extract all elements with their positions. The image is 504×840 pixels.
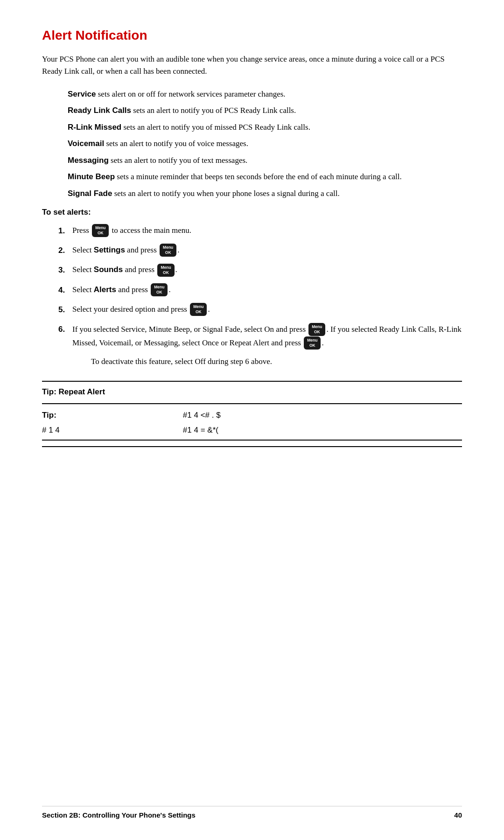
step-6-num: 6. (58, 323, 72, 336)
tip-row-2: # 1 4 #1 4 = &*( (42, 422, 462, 440)
def-rlink: R-Link Missed sets an alert to notify yo… (68, 121, 462, 133)
intro-paragraph: Your PCS Phone can alert you with an aud… (42, 53, 462, 78)
term-signalfade: Signal Fade (68, 189, 112, 198)
step-2-content: Select Settings and press MenuOK. (72, 244, 462, 257)
menu-ok-icon-6a: MenuOK (308, 323, 325, 336)
step-4: 4. Select Alerts and press MenuOK. (58, 284, 462, 297)
step-6-service: Service (121, 325, 145, 334)
desc-minutebeep: sets a minute reminder that beeps ten se… (115, 172, 402, 181)
desc-rlink: sets an alert to notify you of missed PC… (121, 123, 310, 132)
menu-ok-icon-3: MenuOK (157, 264, 174, 277)
menu-ok-icon-2: MenuOK (160, 244, 176, 257)
definition-list: Service sets alert on or off for network… (68, 88, 462, 200)
desc-messaging: sets an alert to notify you of text mess… (109, 156, 247, 165)
step-6-once: Once (202, 338, 219, 347)
def-messaging: Messaging sets an alert to notify you of… (68, 154, 462, 167)
menu-ok-icon-5: MenuOK (190, 303, 207, 316)
section-label: To set alerts: (42, 208, 462, 217)
step-5-num: 5. (58, 303, 72, 316)
step-1: 1. Press MenuOK to access the main menu. (58, 224, 462, 238)
tip-table-inner: Tip: #1 4 <# . $ # 1 4 #1 4 = &*( (42, 403, 462, 441)
def-service: Service sets alert on or off for network… (68, 88, 462, 100)
deactivate-note: To deactivate this feature, select Off d… (91, 356, 462, 368)
step-3-content: Select Sounds and press MenuOK. (72, 264, 462, 277)
tip-row2-text: #1 4 = &*( (183, 426, 218, 434)
step-3-num: 3. (58, 264, 72, 276)
step-4-num: 4. (58, 284, 72, 296)
menu-ok-icon-1: MenuOK (92, 224, 109, 237)
tip-label: Tip: (42, 406, 183, 422)
term-service: Service (68, 90, 96, 98)
desc-voicemail: sets an alert to notify you of voice mes… (104, 139, 248, 148)
menu-ok-icon-6b: MenuOK (304, 336, 321, 350)
def-signalfade: Signal Fade sets an alert to notify you … (68, 188, 462, 200)
tip-label-text: Tip: (42, 411, 56, 420)
step-6-minutebeep: Minute Beep (149, 325, 190, 334)
menu-ok-icon-4: MenuOK (151, 283, 168, 296)
step-4-content: Select Alerts and press MenuOK. (72, 284, 462, 297)
step-6-content: If you selected Service, Minute Beep, or… (72, 323, 462, 368)
def-readylink: Ready Link Calls sets an alert to notify… (68, 105, 462, 117)
step-2: 2. Select Settings and press MenuOK. (58, 244, 462, 257)
step-6-voicemail2: Voicemail (99, 338, 131, 347)
tip-section: Tip: Repeat Alert Tip: #1 4 <# . $ # 1 4 (42, 381, 462, 447)
step-3-bold: Sounds (94, 265, 123, 274)
desc-service: sets alert on or off for network service… (96, 90, 286, 98)
step-6: 6. If you selected Service, Minute Beep,… (58, 323, 462, 368)
tip-content-2: #1 4 = &*( (183, 422, 462, 440)
tip-row2-num: # 1 4 (42, 422, 183, 440)
step-6-repeatalert: Repeat Alert (230, 338, 269, 347)
desc-signalfade: sets an alert to notify you when your ph… (112, 189, 339, 198)
steps-list: 1. Press MenuOK to access the main menu.… (58, 224, 462, 367)
tip-row1-text: #1 4 <# . $ (183, 411, 221, 420)
step-5: 5. Select your desired option and press … (58, 303, 462, 316)
footer: Section 2B: Controlling Your Phone's Set… (42, 806, 462, 819)
term-minutebeep: Minute Beep (68, 172, 115, 181)
page: Alert Notification Your PCS Phone can al… (0, 0, 504, 840)
step-1-content: Press MenuOK to access the main menu. (72, 224, 462, 238)
def-minutebeep: Minute Beep sets a minute reminder that … (68, 171, 462, 183)
term-rlink: R-Link Missed (68, 123, 121, 132)
term-readylink: Ready Link Calls (68, 106, 131, 115)
step-4-bold: Alerts (94, 285, 116, 294)
deactivate-off: Off (195, 357, 206, 366)
tip-header: Tip: Repeat Alert (42, 387, 462, 397)
tip-row2-prefix: # 1 4 (42, 426, 60, 434)
step-2-num: 2. (58, 244, 72, 257)
page-title: Alert Notification (42, 28, 462, 43)
desc-readylink: sets an alert to notify you of PCS Ready… (131, 106, 296, 115)
tip-table: Tip: #1 4 <# . $ # 1 4 #1 4 = &*( (42, 406, 462, 441)
term-voicemail: Voicemail (68, 139, 104, 148)
footer-page-number: 40 (454, 811, 462, 819)
step-6-signalfade: Signal Fade (203, 325, 240, 334)
step-5-content: Select your desired option and press Men… (72, 303, 462, 316)
step-6-messaging2: Messaging (144, 338, 178, 347)
footer-section-label: Section 2B: Controlling Your Phone's Set… (42, 811, 196, 819)
def-voicemail: Voicemail sets an alert to notify you of… (68, 138, 462, 150)
term-messaging: Messaging (68, 156, 109, 165)
step-6-readylink2: Ready Link Calls (379, 325, 434, 334)
step-2-bold: Settings (94, 245, 125, 254)
step-3: 3. Select Sounds and press MenuOK. (58, 264, 462, 277)
step-1-num: 1. (58, 224, 72, 237)
tip-row-1: Tip: #1 4 <# . $ (42, 406, 462, 422)
tip-content-1: #1 4 <# . $ (183, 406, 462, 422)
step-6-on: On (264, 325, 274, 334)
